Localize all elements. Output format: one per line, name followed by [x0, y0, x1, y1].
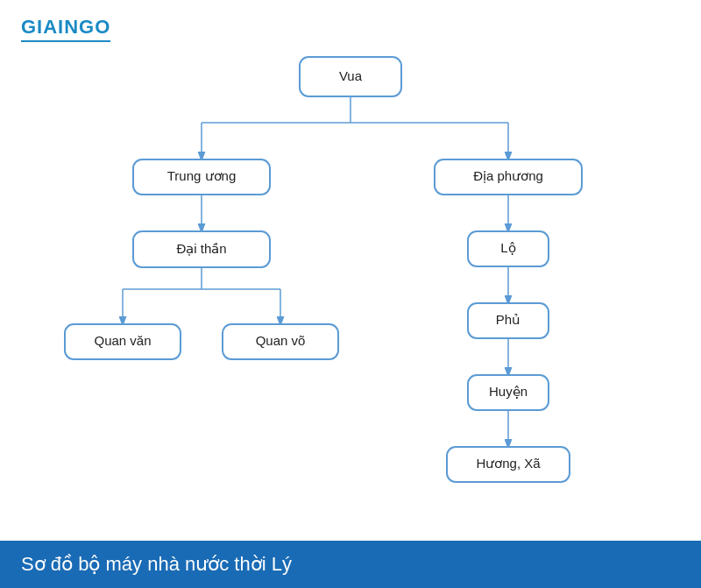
node-quan-vo: Quan võ [256, 333, 306, 348]
diagram: Vua Trung ương Địa phương Đại thần Lộ Qu… [0, 9, 701, 535]
caption-bar: Sơ đồ bộ máy nhà nước thời Lý [0, 541, 701, 588]
node-dia-phuong: Địa phương [473, 168, 543, 183]
node-quan-van: Quan văn [94, 333, 151, 348]
node-trung-uong: Trung ương [167, 168, 236, 183]
node-dai-than: Đại thần [176, 241, 226, 256]
node-lo: Lộ [500, 240, 515, 255]
node-phu: Phủ [496, 312, 520, 327]
node-huyen: Huyện [489, 384, 528, 399]
node-vua: Vua [339, 68, 363, 83]
node-huong-xa: Hương, Xã [476, 456, 541, 471]
